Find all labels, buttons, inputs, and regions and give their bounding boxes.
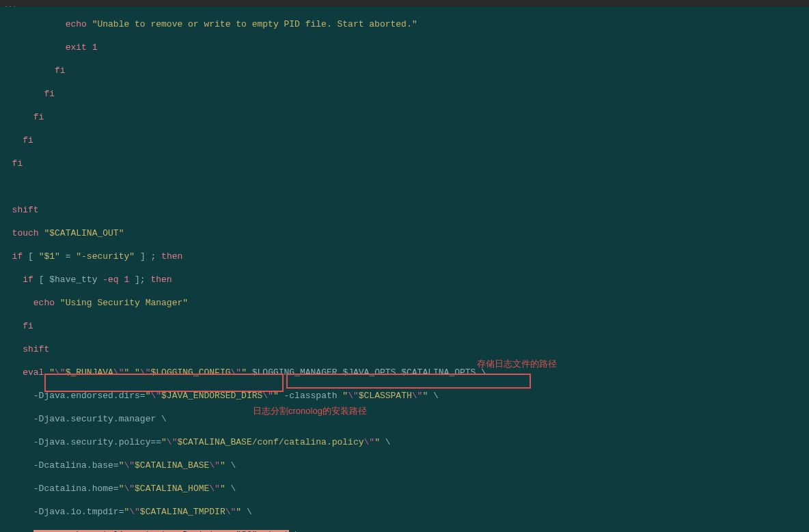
code-line: if [ "$1" = "-security" ] ; then [1, 251, 809, 262]
code-line: exit 1 [1, 42, 809, 53]
code-line: -Djava.security.manager \ [1, 413, 809, 425]
code-area[interactable]: echo "Unable to remove or write to empty… [0, 7, 809, 532]
code-line: fi [1, 88, 809, 100]
code-line: -Djava.security.policy=="\"$CATALINA_BAS… [1, 436, 809, 448]
code-line: eval "\"$_RUNJAVA\"" "\"$LOGGING_CONFIG\… [1, 367, 809, 378]
code-line: shift [1, 344, 809, 355]
code-line: -Dcatalina.home="\"$CATALINA_HOME\"" \ [1, 483, 809, 494]
code-line: echo "Unable to remove or write to empty… [1, 18, 809, 30]
code-line: touch "$CATALINA_OUT" [1, 227, 809, 239]
code-line: echo "Using Security Manager" [1, 297, 809, 309]
title-bar: ... [0, 0, 809, 7]
code-line: fi [1, 65, 809, 76]
code-line: -Djava.endorsed.dirs="\"$JAVA_ENDORSED_D… [1, 390, 809, 402]
code-line: fi [1, 135, 809, 146]
code-line [1, 181, 809, 193]
code-line: if [ $have_tty -eq 1 ]; then [1, 274, 809, 285]
code-line: fi [1, 158, 809, 169]
code-line: -Djava.io.tmpdir="\"$CATALINA_TMPDIR\"" … [1, 506, 809, 518]
code-line: -Dcatalina.base="\"$CATALINA_BASE\"" \ [1, 460, 809, 471]
code-line: fi [1, 320, 809, 332]
code-line: fi [1, 111, 809, 123]
code-line: shift [1, 204, 809, 216]
code-line: org.apache.catalina.startup.Bootstrap "$… [1, 529, 809, 532]
